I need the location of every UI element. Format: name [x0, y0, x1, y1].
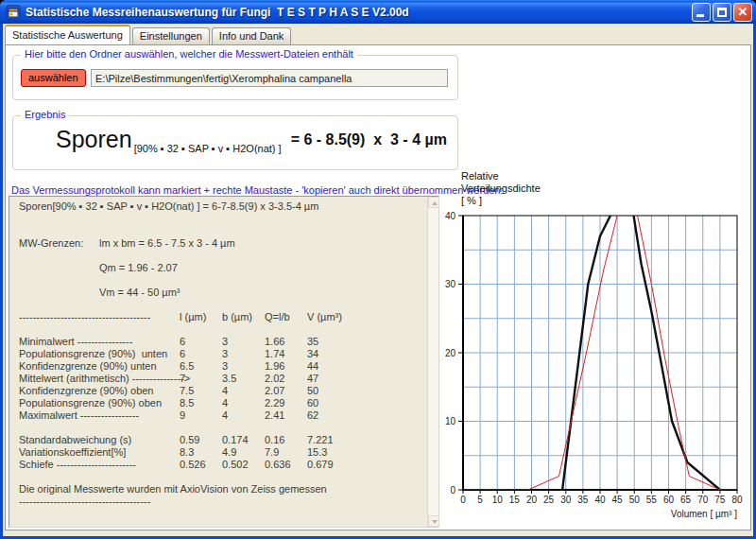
protocol-line: Vm = 44 - 50 µm³: [19, 287, 423, 299]
svg-text:75: 75: [714, 495, 726, 505]
minimize-icon: [696, 14, 704, 17]
svg-text:65: 65: [680, 495, 692, 505]
protocol-line: Maximalwert -----------------942.4162: [19, 409, 423, 422]
protocol-text: Sporen[90% ▪ 32 ▪ SAP ▪ v ▪ H2O(nat) ] =…: [19, 200, 423, 525]
auswaehlen-button[interactable]: auswählen: [21, 69, 86, 87]
title-bar: Statistische Messreihenauswertung für Fu…: [0, 0, 756, 24]
protocol-textarea[interactable]: Sporen[90% ▪ 32 ▪ SAP ▪ v ▪ H2O(nat) ] =…: [9, 196, 439, 528]
svg-text:30: 30: [560, 495, 572, 505]
svg-text:40: 40: [594, 495, 606, 505]
svg-text:10: 10: [492, 495, 504, 505]
protocol-line: --------------------------------------: [19, 496, 423, 508]
protocol-line: Mittelwert (arithmetisch) --------------…: [19, 373, 423, 385]
protocol-line: Qm = 1.96 - 2.07: [19, 262, 423, 274]
close-icon: ✕: [734, 4, 751, 21]
distribution-chart: Relative Verteilungsdichte [ % ] 0510152…: [436, 168, 756, 531]
chart-plot: 0510152025303540455055606570758001020304…: [436, 168, 756, 531]
tab-einstellungen[interactable]: Einstellungen: [132, 27, 210, 44]
svg-text:30: 30: [445, 279, 456, 289]
protocol-line: Standardabweichung (s)0.590.1740.167.221: [19, 434, 423, 446]
protocol-line: [19, 299, 423, 311]
svg-text:0: 0: [450, 485, 455, 496]
svg-text:55: 55: [646, 495, 658, 505]
maximize-button[interactable]: [713, 3, 731, 22]
svg-text:50: 50: [629, 495, 641, 505]
protocol-hint-label: Das Vermessungsprotokoll kann markiert +…: [11, 184, 504, 196]
svg-text:80: 80: [731, 495, 743, 505]
svg-text:45: 45: [612, 495, 624, 505]
protocol-line: Minimalwert ----------------631.6635: [19, 336, 423, 348]
client-area: Statistische AuswertungEinstellungenInfo…: [3, 24, 753, 536]
tab-statistische-auswertung[interactable]: Statistische Auswertung: [5, 25, 130, 44]
window-title: Statistische Messreihenauswertung für Fu…: [26, 6, 690, 19]
svg-text:20: 20: [526, 495, 538, 505]
folder-path-input[interactable]: [91, 69, 448, 87]
maximize-icon: [717, 8, 727, 17]
result-groupbox: Ergebnis Sporen [90% ▪ 32 ▪ SAP ▪ v ▪ H2…: [12, 115, 458, 170]
svg-text:15: 15: [509, 495, 521, 505]
protocol-line: [19, 213, 423, 225]
svg-text:Volumen [ µm³ ]: Volumen [ µm³ ]: [671, 509, 737, 519]
protocol-line: [19, 225, 423, 237]
protocol-line: [19, 250, 423, 262]
protocol-line: [19, 471, 423, 483]
protocol-line: Konfidenzgrenze (90%) oben7.542.0750: [19, 385, 423, 397]
close-button[interactable]: ✕: [733, 3, 752, 22]
svg-text:40: 40: [445, 211, 456, 221]
protocol-line: Die original Messwerte wurden mit AxioVi…: [19, 483, 423, 496]
tab-info-und-dank[interactable]: Info und Dank: [212, 27, 292, 44]
result-formula: Sporen [90% ▪ 32 ▪ SAP ▪ v ▪ H2O(nat) ] …: [56, 128, 447, 156]
protocol-line: Konfidenzgrenze (90%) unten6.531.9644: [19, 360, 423, 373]
protocol-line: Populationsgrenze (90%) unten631.7434: [19, 348, 423, 360]
protocol-line: Schiefe -----------------------0.5260.50…: [19, 459, 423, 471]
svg-text:25: 25: [543, 495, 555, 505]
protocol-line: [19, 323, 423, 336]
app-window: Statistische Messreihenauswertung für Fu…: [0, 0, 756, 539]
protocol-line: [19, 422, 423, 434]
protocol-line: [19, 274, 423, 287]
svg-text:5: 5: [477, 495, 483, 505]
protocol-line: Populationsgrenze (90%) oben8.542.2960: [19, 397, 423, 409]
minimize-button[interactable]: [692, 3, 711, 22]
svg-text:70: 70: [697, 495, 709, 505]
protocol-line: MW-Grenzen:lm x bm = 6.5 - 7.5 x 3 - 4 µ…: [19, 237, 423, 250]
folder-select-legend: Hier bitte den Ordner auswählen, welcher…: [21, 48, 357, 60]
svg-text:35: 35: [577, 495, 589, 505]
svg-text:60: 60: [663, 495, 675, 505]
result-legend: Ergebnis: [21, 109, 69, 120]
protocol-line: --------------------------------------l …: [19, 311, 423, 323]
folder-select-groupbox: Hier bitte den Ordner auswählen, welcher…: [12, 55, 458, 100]
protocol-line: Sporen[90% ▪ 32 ▪ SAP ▪ v ▪ H2O(nat) ] =…: [19, 200, 423, 213]
result-name: Sporen: [56, 128, 132, 151]
svg-text:20: 20: [445, 348, 456, 358]
svg-text:10: 10: [445, 416, 456, 426]
tab-page-statistische-auswertung: Hier bitte den Ordner auswählen, welcher…: [5, 44, 751, 530]
app-icon: [6, 5, 21, 20]
result-subscript: [90% ▪ 32 ▪ SAP ▪ v ▪ H2O(nat) ]: [134, 144, 282, 154]
tab-strip: Statistische AuswertungEinstellungenInfo…: [5, 25, 751, 44]
protocol-line: Variationskoeffizient[%]8.34.97.915.3: [19, 446, 423, 459]
result-value: = 6 - 8.5(9) x 3 - 4 µm: [291, 132, 447, 148]
svg-text:0: 0: [460, 495, 466, 505]
